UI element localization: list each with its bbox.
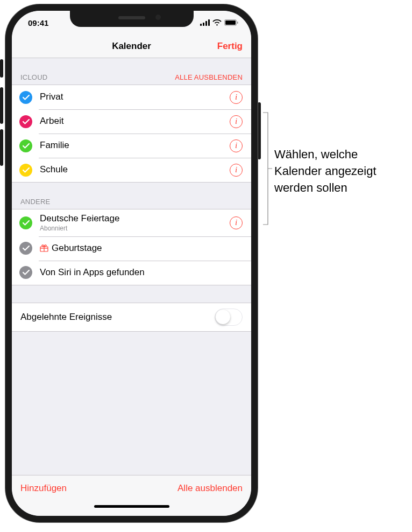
info-icon[interactable]: i [230, 115, 243, 128]
svg-rect-1 [203, 23, 204, 26]
add-calendar-button[interactable]: Hinzufügen [20, 483, 67, 494]
hide-all-button[interactable]: Alle ausblenden [177, 483, 243, 494]
calendar-label: Familie [40, 140, 230, 151]
section-header-other: ANDERE [12, 183, 251, 209]
notch [70, 11, 194, 27]
calendar-label: Von Siri in Apps gefunden [40, 267, 243, 278]
svg-rect-6 [237, 22, 238, 24]
calendar-row[interactable]: Deutsche FeiertageAbonnierti [12, 209, 251, 236]
info-icon[interactable]: i [230, 139, 243, 152]
svg-rect-0 [200, 24, 202, 26]
calendar-row[interactable]: Von Siri in Apps gefunden [12, 261, 251, 285]
section-label-other: ANDERE [20, 198, 50, 206]
icloud-list: PrivatiArbeitiFamilieiSchulei [12, 85, 251, 183]
nav-bar: Kalender Fertig [12, 34, 251, 58]
battery-icon [224, 19, 238, 26]
checkmark-icon[interactable] [19, 115, 32, 128]
phone-frame: 09:41 Kalender Fertig ICLOUD ALLE AUSBLE… [5, 4, 258, 522]
info-icon[interactable]: i [230, 164, 243, 177]
volume-up-button [0, 87, 3, 124]
declined-events-switch[interactable] [215, 309, 243, 326]
section-header-icloud: ICLOUD ALLE AUSBLENDEN [12, 58, 251, 85]
checkmark-icon[interactable] [19, 139, 32, 152]
nav-title: Kalender [112, 41, 151, 52]
checkmark-icon[interactable] [19, 242, 32, 255]
checkmark-icon[interactable] [19, 164, 32, 177]
calendar-row[interactable]: Geburtstage [12, 236, 251, 261]
calendar-label: Deutsche FeiertageAbonniert [40, 213, 230, 233]
calendar-sublabel: Abonniert [40, 225, 230, 232]
other-list: Deutsche FeiertageAbonniertiGeburtstageV… [12, 209, 251, 285]
calendar-row[interactable]: Privati [12, 85, 251, 109]
svg-rect-2 [205, 21, 207, 26]
calendar-label: Geburtstage [40, 243, 243, 254]
home-indicator-area [12, 501, 251, 516]
svg-rect-3 [208, 19, 210, 26]
cellular-icon [200, 19, 210, 26]
checkmark-icon[interactable] [19, 216, 32, 229]
content-scroll[interactable]: ICLOUD ALLE AUSBLENDEN PrivatiArbeitiFam… [12, 58, 251, 475]
checkmark-icon[interactable] [19, 91, 32, 104]
wifi-icon [212, 19, 222, 26]
power-button [258, 102, 261, 159]
declined-events-label: Abgelehnte Ereignisse [20, 312, 215, 323]
svg-rect-5 [225, 20, 236, 25]
calendar-row[interactable]: Arbeiti [12, 109, 251, 134]
calendar-row[interactable]: Schulei [12, 158, 251, 182]
callout-bracket [262, 112, 273, 225]
info-icon[interactable]: i [230, 216, 243, 229]
calendar-label: Schule [40, 164, 230, 175]
calendar-row[interactable]: Familiei [12, 134, 251, 158]
mute-switch [0, 59, 3, 78]
calendar-label: Arbeit [40, 116, 230, 127]
info-icon[interactable]: i [230, 91, 243, 104]
done-button[interactable]: Fertig [217, 41, 243, 52]
checkmark-icon[interactable] [19, 266, 32, 279]
callout-text: Wählen, welche Kalender angezeigt werden… [274, 146, 393, 196]
gift-icon [40, 244, 48, 252]
home-indicator[interactable] [94, 505, 169, 508]
hide-all-icloud-button[interactable]: ALLE AUSBLENDEN [175, 73, 243, 81]
section-label-icloud: ICLOUD [20, 73, 47, 81]
declined-events-row: Abgelehnte Ereignisse [12, 303, 251, 332]
status-time: 09:41 [28, 18, 60, 27]
calendar-label: Privat [40, 92, 230, 102]
toolbar: Hinzufügen Alle ausblenden [12, 475, 251, 501]
volume-down-button [0, 129, 3, 166]
